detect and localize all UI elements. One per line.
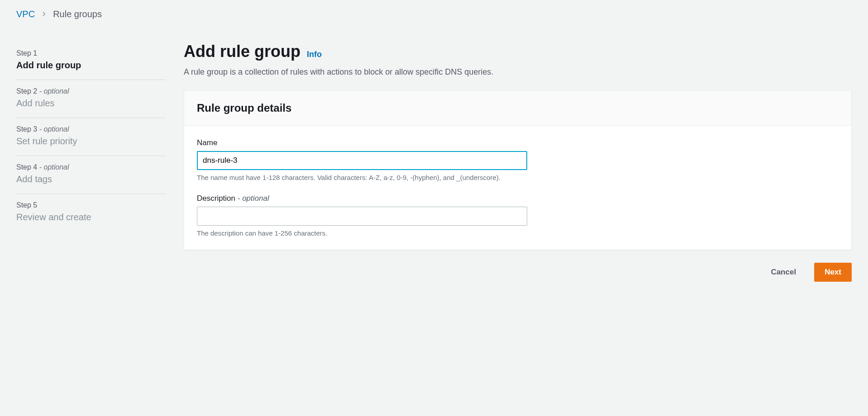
page-description: A rule group is a collection of rules wi… [184,67,852,77]
wizard-step-3[interactable]: Step 3 - optional Set rule priority [16,118,166,156]
next-button[interactable]: Next [814,263,852,282]
step-title: Set rule priority [16,136,166,147]
breadcrumb: VPC Rule groups [0,0,868,28]
wizard-step-2[interactable]: Step 2 - optional Add rules [16,80,166,118]
wizard-step-1[interactable]: Step 1 Add rule group [16,42,166,80]
wizard-step-5[interactable]: Step 5 Review and create [16,194,166,232]
wizard-steps-sidebar: Step 1 Add rule group Step 2 - optional … [16,28,166,282]
chevron-right-icon [41,9,47,19]
step-optional-label: - optional [37,163,69,171]
description-input[interactable] [197,207,527,226]
wizard-step-4[interactable]: Step 4 - optional Add tags [16,156,166,194]
step-number-label: Step 5 [16,201,37,209]
step-optional-label: - optional [37,125,69,133]
step-title: Add rules [16,98,166,109]
step-title: Review and create [16,212,166,222]
name-label: Name [197,138,839,147]
step-title: Add rule group [16,60,166,71]
breadcrumb-root-link[interactable]: VPC [16,9,35,19]
description-hint: The description can have 1-256 character… [197,229,839,237]
info-link[interactable]: Info [307,50,322,59]
step-number-label: Step 4 [16,163,37,171]
main-content: Add rule group Info A rule group is a co… [184,28,852,282]
breadcrumb-current: Rule groups [53,9,102,19]
name-input[interactable] [197,151,527,170]
step-title: Add tags [16,174,166,184]
step-number-label: Step 2 [16,87,37,95]
step-number-label: Step 3 [16,125,37,133]
rule-group-details-panel: Rule group details Name The name must ha… [184,90,852,250]
description-optional-label: - optional [235,194,269,203]
panel-title: Rule group details [197,102,839,114]
step-number-label: Step 1 [16,49,37,57]
description-label: Description [197,194,235,203]
page-title: Add rule group [184,42,300,61]
footer-actions: Cancel Next [184,263,852,282]
name-hint: The name must have 1-128 characters. Val… [197,174,839,181]
step-optional-label: - optional [37,87,69,95]
cancel-button[interactable]: Cancel [761,263,806,281]
